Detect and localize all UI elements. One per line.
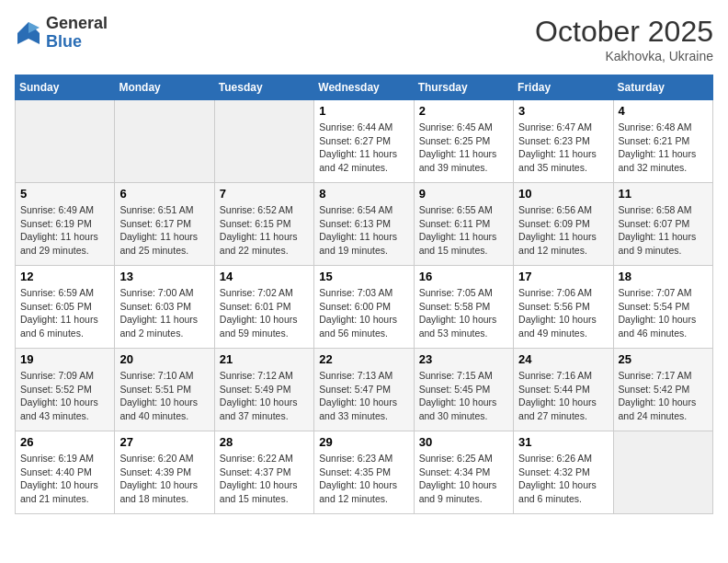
day-number: 1 [319, 104, 408, 118]
day-info: Sunrise: 7:02 AMSunset: 6:01 PMDaylight:… [220, 286, 309, 340]
day-info: Sunrise: 7:06 AMSunset: 5:56 PMDaylight:… [518, 286, 608, 340]
sunset: Sunset: 6:07 PM [619, 217, 708, 231]
daylight: Daylight: 11 hours and 35 minutes. [518, 147, 608, 174]
day-number: 20 [119, 352, 209, 366]
day-number: 14 [220, 270, 309, 283]
sunrise: Sunrise: 6:51 AM [119, 203, 209, 217]
sunrise: Sunrise: 6:26 AM [518, 452, 608, 465]
col-sunday: Sunday [16, 75, 115, 100]
day-info: Sunrise: 6:52 AMSunset: 6:15 PMDaylight:… [220, 203, 309, 258]
sunrise: Sunrise: 7:02 AM [220, 286, 309, 300]
day-number: 23 [419, 352, 508, 366]
sunrise: Sunrise: 7:06 AM [518, 286, 608, 300]
col-saturday: Saturday [613, 75, 712, 100]
daylight: Daylight: 10 hours and 37 minutes. [220, 396, 309, 422]
day-cell: 16Sunrise: 7:05 AMSunset: 5:58 PMDayligh… [414, 266, 513, 349]
day-info: Sunrise: 7:17 AMSunset: 5:42 PMDaylight:… [619, 369, 708, 423]
day-info: Sunrise: 6:51 AMSunset: 6:17 PMDaylight:… [119, 203, 209, 258]
sunset: Sunset: 5:51 PM [119, 383, 209, 396]
col-monday: Monday [115, 75, 214, 100]
day-info: Sunrise: 6:19 AMSunset: 4:40 PMDaylight:… [20, 452, 109, 506]
day-number: 15 [319, 270, 408, 283]
day-number: 25 [619, 352, 708, 366]
day-info: Sunrise: 7:00 AMSunset: 6:03 PMDaylight:… [119, 286, 209, 340]
day-cell [613, 431, 712, 514]
day-number: 7 [220, 187, 309, 201]
day-number: 12 [20, 270, 109, 283]
day-number: 3 [518, 104, 608, 118]
sunset: Sunset: 6:15 PM [220, 217, 309, 231]
day-cell: 17Sunrise: 7:06 AMSunset: 5:56 PMDayligh… [514, 266, 613, 349]
sunset: Sunset: 6:00 PM [319, 300, 408, 314]
day-info: Sunrise: 6:54 AMSunset: 6:13 PMDaylight:… [319, 203, 408, 258]
sunset: Sunset: 6:09 PM [518, 217, 608, 231]
day-cell: 11Sunrise: 6:58 AMSunset: 6:07 PMDayligh… [613, 183, 712, 266]
daylight: Daylight: 11 hours and 39 minutes. [419, 147, 508, 174]
weekday-row: Sunday Monday Tuesday Wednesday Thursday… [16, 75, 713, 100]
day-info: Sunrise: 7:09 AMSunset: 5:52 PMDaylight:… [20, 369, 109, 423]
page-header: General Blue October 2025 Kakhovka, Ukra… [15, 15, 713, 63]
day-info: Sunrise: 6:47 AMSunset: 6:23 PMDaylight:… [518, 121, 608, 175]
sunset: Sunset: 5:52 PM [20, 383, 109, 396]
daylight: Daylight: 11 hours and 9 minutes. [619, 230, 708, 257]
daylight: Daylight: 11 hours and 6 minutes. [20, 313, 109, 339]
day-cell: 27Sunrise: 6:20 AMSunset: 4:39 PMDayligh… [115, 431, 214, 514]
day-cell: 3Sunrise: 6:47 AMSunset: 6:23 PMDaylight… [514, 100, 613, 183]
day-cell: 9Sunrise: 6:55 AMSunset: 6:11 PMDaylight… [414, 183, 513, 266]
day-number: 26 [20, 435, 109, 449]
week-row-2: 5Sunrise: 6:49 AMSunset: 6:19 PMDaylight… [16, 183, 713, 266]
daylight: Daylight: 10 hours and 6 minutes. [518, 478, 608, 505]
day-number: 24 [518, 352, 608, 366]
day-info: Sunrise: 6:44 AMSunset: 6:27 PMDaylight:… [319, 121, 408, 175]
title-block: October 2025 Kakhovka, Ukraine [535, 15, 713, 63]
sunrise: Sunrise: 6:52 AM [220, 203, 309, 217]
sunrise: Sunrise: 6:23 AM [319, 452, 408, 465]
day-info: Sunrise: 7:13 AMSunset: 5:47 PMDaylight:… [319, 369, 408, 423]
day-cell: 2Sunrise: 6:45 AMSunset: 6:25 PMDaylight… [414, 100, 513, 183]
day-cell: 8Sunrise: 6:54 AMSunset: 6:13 PMDaylight… [314, 183, 414, 266]
sunrise: Sunrise: 6:48 AM [619, 121, 708, 134]
day-info: Sunrise: 6:26 AMSunset: 4:32 PMDaylight:… [518, 452, 608, 506]
daylight: Daylight: 11 hours and 12 minutes. [518, 230, 608, 257]
day-number: 29 [319, 435, 408, 449]
daylight: Daylight: 10 hours and 56 minutes. [319, 313, 408, 339]
sunrise: Sunrise: 7:00 AM [119, 286, 209, 300]
sunrise: Sunrise: 6:59 AM [20, 286, 109, 300]
daylight: Daylight: 10 hours and 30 minutes. [419, 396, 508, 422]
day-number: 5 [20, 187, 109, 201]
week-row-3: 12Sunrise: 6:59 AMSunset: 6:05 PMDayligh… [16, 266, 713, 349]
sunset: Sunset: 5:45 PM [419, 383, 508, 396]
day-cell: 31Sunrise: 6:26 AMSunset: 4:32 PMDayligh… [514, 431, 613, 514]
day-number: 18 [619, 270, 708, 283]
sunset: Sunset: 5:56 PM [518, 300, 608, 314]
sunrise: Sunrise: 6:22 AM [220, 452, 309, 465]
day-info: Sunrise: 7:10 AMSunset: 5:51 PMDaylight:… [119, 369, 209, 423]
day-info: Sunrise: 6:22 AMSunset: 4:37 PMDaylight:… [220, 452, 309, 506]
sunset: Sunset: 5:44 PM [518, 383, 608, 396]
sunrise: Sunrise: 6:45 AM [419, 121, 508, 134]
sunset: Sunset: 6:13 PM [319, 217, 408, 231]
sunrise: Sunrise: 7:03 AM [319, 286, 408, 300]
col-friday: Friday [514, 75, 613, 100]
daylight: Daylight: 10 hours and 49 minutes. [518, 313, 608, 339]
sunrise: Sunrise: 6:44 AM [319, 121, 408, 134]
sunset: Sunset: 4:32 PM [518, 465, 608, 479]
sunset: Sunset: 6:23 PM [518, 134, 608, 148]
daylight: Daylight: 11 hours and 25 minutes. [119, 230, 209, 257]
day-cell [115, 100, 214, 183]
sunrise: Sunrise: 6:58 AM [619, 203, 708, 217]
logo: General Blue [15, 15, 108, 52]
sunset: Sunset: 6:25 PM [419, 134, 508, 148]
daylight: Daylight: 10 hours and 40 minutes. [119, 396, 209, 422]
sunrise: Sunrise: 7:09 AM [20, 369, 109, 383]
sunset: Sunset: 5:54 PM [619, 300, 708, 314]
logo-general: General [46, 15, 108, 33]
day-number: 8 [319, 187, 408, 201]
sunset: Sunset: 6:01 PM [220, 300, 309, 314]
col-thursday: Thursday [414, 75, 513, 100]
daylight: Daylight: 10 hours and 12 minutes. [319, 478, 408, 505]
daylight: Daylight: 10 hours and 46 minutes. [619, 313, 708, 339]
day-number: 31 [518, 435, 608, 449]
week-row-1: 1Sunrise: 6:44 AMSunset: 6:27 PMDaylight… [16, 100, 713, 183]
day-info: Sunrise: 7:15 AMSunset: 5:45 PMDaylight:… [419, 369, 508, 423]
